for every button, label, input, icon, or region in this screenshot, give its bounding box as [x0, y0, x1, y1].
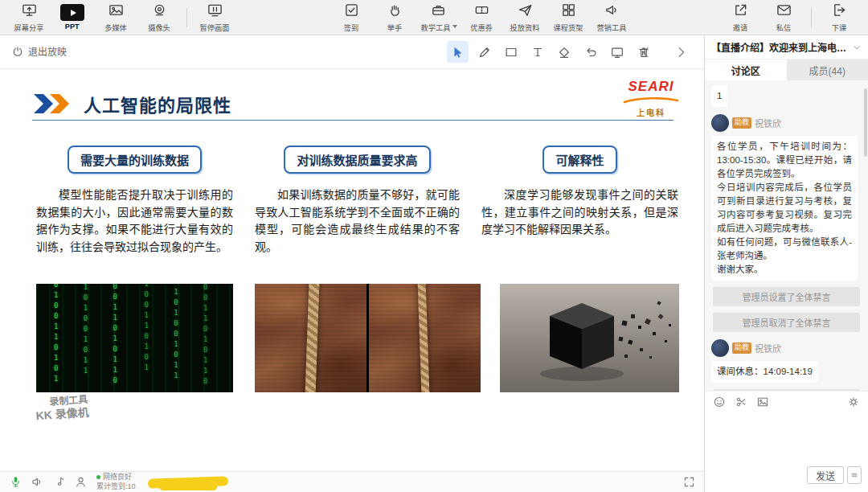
column-body-text: 深度学习能够发现事件之间的关联性，建立事件之间的映射关系，但是深度学习不能解释因… — [481, 187, 678, 239]
chat-bubble: 各位学员，下午培训时间为：13:00-15:30。课程已经开始，请各位学员完成签… — [711, 136, 858, 281]
envelope-icon — [776, 2, 792, 20]
toolbar-label: 邀请 — [733, 21, 747, 32]
network-status-block: 网络良好 累计签到:10 — [96, 473, 136, 491]
toolbar-label: 下课 — [832, 21, 846, 32]
slide-column: 对训练数据质量要求高 如果训练数据的质量不够好，就可能导致人工智能系统学到不全面… — [255, 146, 460, 256]
chat-bubble: 课间休息：14:09-14:19 — [711, 361, 818, 383]
signin-count-text: 累计签到:10 — [96, 482, 136, 492]
camera-icon — [152, 2, 167, 20]
toolbar-label: 优惠券 — [470, 21, 493, 32]
fullscreen-button[interactable] — [682, 475, 696, 490]
matrix-glyphs: 0011010110 — [202, 284, 210, 387]
gear-icon[interactable] — [847, 396, 860, 408]
toolbar-private-message[interactable]: 私信 — [763, 1, 805, 35]
rope-image-left — [255, 284, 366, 392]
next-slide-button[interactable] — [669, 41, 691, 63]
menu-lines-icon — [850, 471, 858, 479]
avatar[interactable] — [711, 114, 729, 132]
speaker-button[interactable] — [30, 475, 44, 490]
toolbar-screen-share[interactable]: 屏幕分享 — [8, 1, 50, 35]
send-options-button[interactable] — [847, 466, 862, 484]
chat-message-header: 助教 祝铁欣 — [711, 339, 862, 357]
seari-logo: SEARI 上电科 — [612, 79, 690, 118]
prev-slide-button[interactable] — [635, 41, 657, 63]
toolbar-sign-in[interactable]: 签到 — [330, 1, 372, 35]
slide-navigation — [635, 41, 691, 63]
tool-eraser[interactable] — [553, 41, 575, 63]
screenshot-scissors-button[interactable] — [735, 396, 747, 408]
tab-discussion[interactable]: 讨论区 — [705, 59, 787, 80]
redacted-username-highlight — [147, 476, 227, 488]
pause-screen-icon — [207, 2, 223, 20]
matrix-glyphs: 0011010110 — [111, 284, 119, 387]
slide-column: 需要大量的训练数据 模型性能能否提升取决于训练用的数据集的大小，因此通常需要大量… — [36, 146, 233, 256]
toolbar-invite[interactable]: 邀请 — [719, 1, 761, 35]
logo-company-text: 上电科 — [612, 106, 690, 118]
toolbar-divider — [186, 8, 187, 27]
toolbar-course-shelf[interactable]: 课程货架 — [547, 1, 589, 35]
avatar[interactable] — [711, 339, 729, 357]
tab-members[interactable]: 成员(44) — [787, 59, 868, 80]
toolbar-coupon[interactable]: 优惠券 — [461, 1, 502, 35]
emoji-button[interactable] — [713, 396, 726, 408]
matrix-glyphs: 0100110101 — [52, 284, 60, 385]
tool-screen-annotate[interactable] — [606, 41, 628, 63]
toolbar-ppt[interactable]: PPT — [51, 1, 93, 35]
screen-annotate-icon — [610, 45, 624, 59]
toolbar-label: 签到 — [344, 21, 358, 32]
toolbar-raise-hand[interactable]: 举手 — [374, 1, 416, 35]
caret-down-icon — [452, 25, 457, 28]
matrix-glyphs: 0100110101 — [142, 284, 150, 374]
chat-scrollbar[interactable] — [864, 88, 867, 157]
column-heading-box: 对训练数据质量要求高 — [284, 146, 430, 174]
column-heading-box: 需要大量的训练数据 — [68, 146, 202, 174]
tool-undo[interactable] — [579, 41, 601, 63]
tool-text[interactable] — [526, 41, 548, 63]
toolbar-marketing-tools[interactable]: 营销工具 — [591, 1, 633, 35]
tool-cursor[interactable] — [447, 41, 469, 63]
raise-hand-icon — [387, 2, 403, 20]
toolbar-camera[interactable]: 摄像头 — [138, 1, 180, 35]
toolbar-label: 课程货架 — [554, 21, 583, 32]
teaching-tools-icon — [431, 2, 446, 20]
exit-presentation-label: 退出放映 — [28, 44, 67, 58]
music-button[interactable] — [51, 475, 66, 490]
toolbar-distribute-materials[interactable]: 投放资料 — [504, 1, 546, 35]
toolbar-teaching-tools[interactable]: 教学工具 — [417, 1, 459, 35]
exit-presentation-button[interactable]: 退出放映 — [11, 44, 67, 58]
toolbar-label: 私信 — [776, 21, 791, 32]
members-button[interactable] — [73, 475, 88, 490]
network-ok-dot — [96, 475, 100, 479]
toolbar-pause-screen[interactable]: 暂停画面 — [194, 1, 235, 35]
coupon-icon — [474, 2, 489, 20]
image-upload-button[interactable] — [756, 396, 769, 408]
toolbar-label: 投放资料 — [510, 21, 540, 32]
slide-title: 人工智能的局限性 — [84, 91, 231, 117]
network-status-text: 网络良好 — [103, 473, 132, 482]
live-intro-title: 【直播介绍】欢迎来到上海电器… — [711, 40, 849, 54]
send-button[interactable]: 发送 — [807, 466, 844, 484]
toolbar-label: 多媒体 — [104, 21, 127, 32]
paper-plane-icon — [518, 2, 533, 20]
tool-pen[interactable] — [473, 41, 495, 63]
chat-bubble-partial: 1 — [711, 85, 727, 107]
microphone-button[interactable] — [8, 475, 23, 490]
slide-columns: 需要大量的训练数据 模型性能能否提升取决于训练用的数据集的大小，因此通常需要大量… — [36, 146, 679, 256]
toolbar-multimedia[interactable]: 多媒体 — [95, 1, 137, 35]
live-intro-header[interactable]: 【直播介绍】欢迎来到上海电器… — [705, 35, 868, 59]
status-bar: 网络良好 累计签到:10 — [0, 471, 704, 492]
exit-presentation-icon — [11, 45, 24, 58]
toolbar-label: PPT — [65, 22, 80, 30]
invite-icon — [733, 2, 748, 20]
toolbar-label: 举手 — [387, 21, 402, 32]
logo-brand-text: SEARI — [612, 79, 690, 95]
text-icon — [530, 45, 545, 59]
chat-input[interactable] — [705, 412, 868, 465]
chat-username: 祝铁欣 — [755, 342, 781, 355]
sidebar: 【直播介绍】欢迎来到上海电器… 讨论区 成员(44) 1 助教 祝铁欣 各位学员… — [704, 35, 868, 492]
tool-rectangle[interactable] — [500, 41, 522, 63]
system-message: 管理员设置了全体禁言 — [713, 287, 860, 306]
toolbar-right-group: 邀请 私信 下课 — [719, 1, 860, 35]
toolbar-end-class[interactable]: 下课 — [818, 1, 860, 35]
slide-column: 可解释性 深度学习能够发现事件之间的关联性，建立事件之间的映射关系，但是深度学习… — [481, 146, 678, 256]
